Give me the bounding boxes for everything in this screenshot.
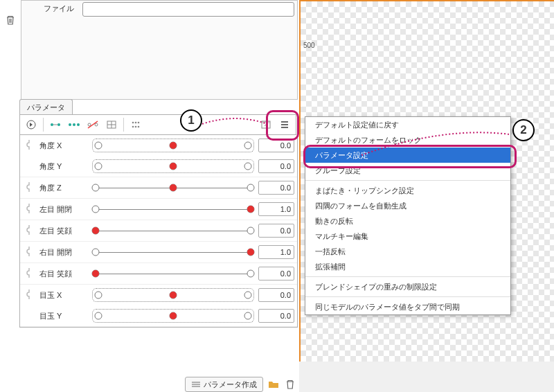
menu-item[interactable]: ブレンドシェイプの重みの制限設定 [305,279,510,294]
menu-item[interactable]: 同じモデルのパラメータ値をタブ間で同期 [305,299,510,314]
parameter-row: 左目 笑顔0.0 [20,220,297,241]
parameter-track[interactable] [92,222,254,240]
menu-item[interactable]: 拡張補間 [305,259,510,274]
link-icon[interactable] [20,181,38,194]
parameter-track[interactable] [92,200,254,218]
menu-item[interactable]: まばたき・リップシンク設定 [305,183,510,198]
parameter-row: 角度 Z0.0 [20,177,297,198]
link-icon[interactable] [20,224,38,237]
menu-item[interactable]: マルチキー編集 [305,229,510,244]
parameter-value[interactable]: 0.0 [258,159,294,173]
parameter-name: 左目 開閉 [38,204,88,215]
menu-separator [305,276,510,277]
svg-line-9 [88,121,98,128]
file-label: ファイル [44,3,74,14]
link-icon[interactable] [20,289,38,301]
svg-point-7 [88,123,91,126]
parameter-value[interactable]: 0.0 [258,267,294,280]
parameter-value[interactable]: 0.0 [258,139,294,152]
annotation-arrow-2 [360,130,512,158]
callout-1: 1 [180,109,202,132]
parameter-value[interactable]: 0.0 [258,181,294,195]
link-icon[interactable] [20,203,38,215]
create-parameter-button[interactable]: パラメータ作成 [185,377,263,392]
svg-rect-10 [107,121,116,128]
svg-point-15 [138,122,140,124]
parameter-name: 左目 笑顔 [38,226,88,236]
parameter-name: 右目 開閉 [38,247,88,258]
parameter-value[interactable]: 0.0 [258,309,294,323]
menu-item[interactable]: 一括反転 [305,244,510,259]
svg-point-2 [57,123,60,126]
parameter-value[interactable]: 1.0 [258,245,294,259]
annotation-arrow-1 [201,114,270,134]
parameter-name: 角度 X [38,141,88,151]
parameter-value[interactable]: 1.0 [258,202,294,216]
svg-point-16 [132,126,134,128]
parameter-row: 角度 Y0.0 [20,156,297,177]
parameter-track[interactable] [92,157,254,175]
key-add-2-icon[interactable] [47,116,64,133]
parameter-track[interactable] [92,179,254,197]
parameter-name: 右目 笑顔 [38,269,88,279]
svg-point-4 [69,123,71,126]
parameter-row: 左目 開閉1.0 [20,199,297,220]
parameter-name: 目玉 Y [38,311,88,321]
key-delete-icon[interactable] [84,116,101,133]
menu-item[interactable]: グループ設定 [305,163,510,178]
ruler-tick: 500 [303,42,315,49]
parameter-row: 右目 笑顔0.0 [20,263,297,284]
svg-point-5 [73,123,75,126]
parameter-name: 角度 Y [38,161,88,172]
link-icon[interactable] [20,267,38,280]
parameter-row: 右目 開閉1.0 [20,242,297,262]
trash-icon[interactable] [284,378,296,391]
tab-parameters[interactable]: パラメータ [19,99,73,115]
menu-separator [305,296,510,297]
parameter-bottom-bar: パラメータ作成 [19,377,296,392]
menu-item[interactable]: 動きの反転 [305,213,510,229]
delete-icon[interactable] [3,12,18,28]
file-path-input[interactable] [82,2,294,17]
parameter-name: 目玉 X [38,290,88,301]
parameter-list: 角度 X0.0角度 Y0.0角度 Z0.0左目 開閉1.0左目 笑顔0.0右目 … [19,135,298,328]
callout-2: 2 [512,119,535,141]
parameter-row: 目玉 X0.0 [20,285,297,305]
parameter-value[interactable]: 0.0 [258,224,294,238]
svg-point-17 [135,126,137,128]
key-adjust-icon[interactable] [103,116,120,133]
parameter-track[interactable] [92,286,254,304]
svg-point-13 [132,122,134,124]
parameter-track[interactable] [92,243,254,261]
parameter-name: 角度 Z [38,183,88,193]
svg-point-8 [95,123,98,126]
folder-icon[interactable] [267,378,280,391]
expand-icon[interactable] [23,116,39,133]
svg-point-18 [138,126,140,128]
parameter-track[interactable] [92,265,254,283]
parameter-row: 目玉 Y0.0 [20,305,297,326]
link-icon[interactable] [20,246,38,258]
svg-point-0 [27,121,35,129]
create-parameter-label: パラメータ作成 [204,380,257,390]
svg-point-14 [135,122,137,124]
link-icon[interactable] [20,139,38,152]
menu-separator [305,180,510,181]
parameter-track[interactable] [92,136,254,154]
svg-point-6 [77,123,80,126]
hamburger-menu-icon[interactable] [276,116,293,133]
file-panel: ファイル [21,0,298,100]
svg-point-1 [51,123,53,126]
parameter-value[interactable]: 0.0 [258,288,294,302]
menu-item[interactable]: 四隅のフォームを自動生成 [305,198,510,213]
parameter-track[interactable] [92,307,254,325]
key-add-3-icon[interactable] [66,116,82,133]
grid-mode-icon[interactable] [127,116,144,133]
parameter-row: 角度 X0.0 [20,135,297,156]
